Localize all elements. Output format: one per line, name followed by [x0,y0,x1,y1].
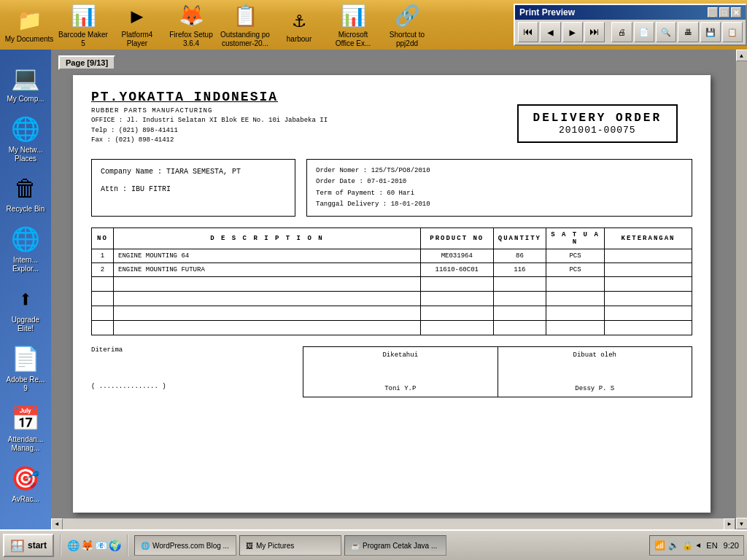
prev-page-button[interactable]: ◀ [540,22,560,42]
start-button[interactable]: 🪟 start [3,534,54,557]
firefox-label: Firefox Setup 3.6.4 [166,31,216,48]
table-row-empty [92,277,692,292]
table-row-empty [92,321,692,335]
windows-logo-icon: 🪟 [10,539,25,553]
delivery-value: 18-01-2010 [391,201,430,208]
term-value: 60 Hari [387,190,414,197]
desktop-icon-upgrade-elite[interactable]: ⬆ Upgrade Elite! [4,283,47,335]
page-indicator: Page [9/13] [58,55,115,70]
taskbar-task-java[interactable]: ☕ Program Cetak Java ... [344,535,446,556]
desktop-icon-barcode-maker[interactable]: 📊 Barcode Maker 5 [57,0,109,50]
clipboard-button[interactable]: 📋 [722,22,743,42]
desktop-icon-outstanding-po[interactable]: 📋 Outstanding po customer-20... [219,0,271,50]
ms-office-icon: 📊 [338,1,368,31]
ie-label: Intern... Explor... [6,256,45,273]
document-header: PT.YOKATTA INDONESIA RUBBER PARTS MANUFA… [91,90,692,148]
row1-description: ENGINE MOUNTING 64 [114,249,421,263]
platform4-label: Platform4 Player [112,31,162,48]
row2-no: 2 [92,263,114,277]
row1-quantity: 86 [493,249,546,263]
col-product-no: PRODUCT NO [420,228,493,249]
desktop-icon-avrac[interactable]: 🎯 AvRac... [4,462,47,506]
desktop-icon-attendance[interactable]: 📅 Attendan... Manag... [4,402,47,455]
order-nomer-value: 125/TS/PO8/2010 [371,167,430,174]
save-button[interactable]: 💾 [700,22,721,42]
approval-boxes: Diketahui Toni Y.P Dibuat oleh Dessy P. … [303,346,692,397]
network-icon: 📶 [654,540,665,551]
term-row: Term of Payment : 60 Hari [316,188,683,199]
order-date-row: Order Date : 07-01-2010 [316,176,683,187]
security-icon: 🔒 [682,540,693,551]
quick-launch-web[interactable]: 🌍 [109,540,121,552]
close-button[interactable]: ✕ [731,7,741,18]
row2-keterangan [605,263,692,277]
barcode-maker-icon: 📊 [69,1,98,31]
desktop-icon-my-network[interactable]: 🌐 My Netw... Places [4,113,47,166]
row2-description: ENGINE MOUNTING FUTURA [114,263,421,277]
desktop: 📁 My Documents 📊 Barcode Maker 5 ▶ Platf… [0,0,747,560]
pictures-task-label: My Pictures [256,542,294,550]
company-name: PT.YOKATTA INDONESIA [91,90,692,104]
shortcut-label: Shortcut to ppj2dd [382,31,432,48]
avrac-label: AvRac... [12,495,39,504]
order-date-value: 07-01-2010 [367,178,406,185]
zoom-button[interactable]: 🔍 [656,22,676,42]
diketahui-label: Diketahui [311,351,490,359]
company-name-value: TIARA SEMESTA, PT [166,168,241,176]
document-page: PT.YOKATTA INDONESIA RUBBER PARTS MANUFA… [73,75,711,513]
desktop-icon-shortcut[interactable]: 🔗 Shortcut to ppj2dd [381,0,433,50]
taskbar-task-pictures[interactable]: 🖼 My Pictures [239,535,341,556]
col-description: D E S C R I P T I O N [114,228,421,249]
order-date-label: Order Date [316,178,355,185]
desktop-icon-firefox[interactable]: 🦊 Firefox Setup 3.6.4 [165,0,217,50]
taskbar-task-wordpress[interactable]: 🌐 WordPress.com Blog ... [134,535,236,556]
minimize-button[interactable]: _ [708,7,718,18]
attn-value: : IBU FITRI [123,185,171,193]
delivery-row: Tanggal Delivery : 18-01-2010 [316,199,683,210]
print-setup-button[interactable]: 🖨 [611,22,632,42]
ie-icon: 🌐 [11,225,40,254]
first-page-button[interactable]: ⏮ [518,22,538,42]
print-button[interactable]: 🖶 [678,22,698,42]
delivery-label: Tanggal Delivery [316,201,379,208]
row1-keterangan [605,249,692,263]
recycle-bin-icon: 🗑 [14,175,37,203]
system-tray: 📶 🔊 🔒 ◄ EN 9:20 [649,535,744,556]
last-page-button[interactable]: ⏭ [584,22,605,42]
diketahui-name: Toni Y.P [311,385,490,392]
scrollbar-bottom[interactable]: ◄ ► [51,518,735,529]
table-row: 2 ENGINE MOUNTING FUTURA 11610-60C01 116… [92,263,692,277]
scroll-right-button[interactable]: ► [724,518,735,530]
chevron-expand-icon[interactable]: ◄ [696,542,700,550]
col-no: NO [92,228,114,249]
scroll-up-button[interactable]: ▲ [736,50,748,61]
next-page-button[interactable]: ▶ [562,22,583,42]
pictures-task-icon: 🖼 [246,542,253,550]
desktop-icon-harbour[interactable]: ⚓ harbour [273,4,325,45]
quick-launch-area: 🌐 🦊 📧 🌍 [67,540,121,552]
quick-launch-ie[interactable]: 🌐 [67,540,80,552]
quick-launch-email[interactable]: 📧 [95,540,107,552]
quick-launch-firefox[interactable]: 🦊 [81,540,93,552]
desktop-icon-my-documents[interactable]: 📁 My Documents [3,4,55,45]
desktop-icon-platform4[interactable]: ▶ Platform4 Player [111,0,163,50]
scroll-down-button[interactable]: ▼ [736,518,748,529]
desktop-icon-ie[interactable]: 🌐 Intern... Explor... [4,223,47,276]
page-setup-button[interactable]: 📄 [634,22,654,42]
company-name-label: Company Name : [101,168,162,176]
ms-office-label: Microsoft Office Ex... [328,31,378,48]
desktop-icon-my-computer[interactable]: 💻 My Comp... [4,62,47,106]
java-task-label: Program Cetak Java ... [363,542,437,550]
scroll-left-button[interactable]: ◄ [51,518,63,530]
diterima-box: Diterima ( ............... ) [91,346,295,397]
term-label: Term of Payment [316,190,375,197]
shortcut-icon: 🔗 [392,1,422,31]
harbour-icon: ⚓ [285,6,314,35]
maximize-button[interactable]: □ [719,7,729,18]
scrollbar-right[interactable]: ▲ ▼ [735,50,747,529]
desktop-icon-ms-office[interactable]: 📊 Microsoft Office Ex... [327,0,379,50]
desktop-icon-recycle-bin[interactable]: 🗑 Recycle Bin [4,173,47,216]
print-preview-window: Print Preview _ □ ✕ ⏮ ◀ ▶ ⏭ 🖨 📄 🔍 🖶 💾 📋 [514,4,747,46]
desktop-icon-adobe[interactable]: 📄 Adobe Re... 9 [4,343,47,395]
scroll-track[interactable] [736,61,747,518]
